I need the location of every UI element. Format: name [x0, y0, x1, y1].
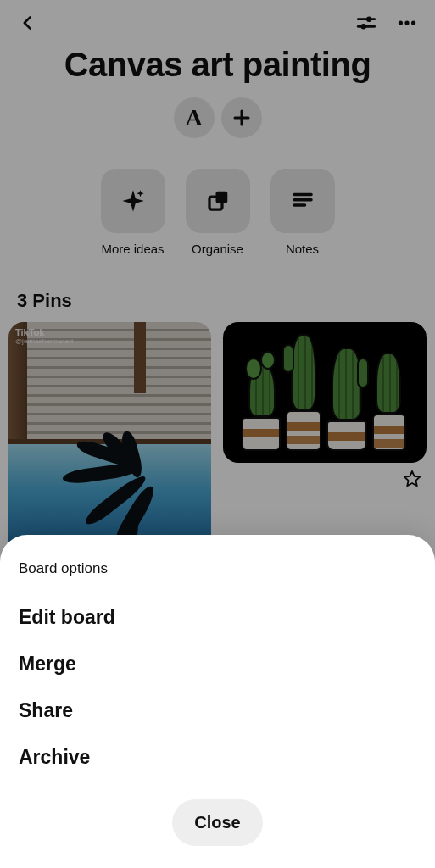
pin-item[interactable] [223, 322, 427, 463]
svg-point-1 [366, 16, 372, 22]
filter-button[interactable] [355, 12, 377, 34]
pins-count: 3 Pins [0, 256, 435, 322]
more-button[interactable] [396, 12, 418, 34]
favorite-button[interactable] [403, 470, 421, 488]
organise-icon [205, 188, 231, 214]
more-ideas-button[interactable] [101, 169, 165, 233]
close-button[interactable]: Close [172, 799, 262, 846]
plus-icon [231, 108, 252, 128]
notes-button[interactable] [270, 169, 335, 233]
top-bar [0, 0, 435, 41]
svg-point-4 [399, 20, 403, 25]
notes-icon [290, 188, 315, 214]
sliders-icon [355, 12, 377, 34]
svg-point-5 [404, 20, 409, 25]
bottom-sheet: Board options Edit board Merge Share Arc… [0, 535, 435, 868]
sheet-item-edit[interactable]: Edit board [19, 594, 416, 641]
watermark: TikTok @jennashermanart [15, 327, 73, 345]
svg-point-6 [411, 20, 415, 25]
sheet-item-share[interactable]: Share [19, 687, 416, 734]
avatar[interactable]: A [174, 97, 215, 138]
board-title: Canvas art painting [0, 41, 435, 94]
chevron-left-icon [20, 14, 36, 31]
svg-rect-8 [215, 192, 227, 203]
board-actions: More ideas Organise [0, 169, 435, 256]
more-ideas-label: More ideas [101, 242, 164, 256]
sheet-item-merge[interactable]: Merge [19, 641, 416, 687]
add-collaborator-button[interactable] [221, 97, 262, 138]
star-icon [403, 470, 421, 488]
notes-label: Notes [286, 242, 319, 256]
svg-point-3 [361, 24, 367, 30]
sparkle-icon [119, 186, 148, 215]
back-button[interactable] [17, 12, 39, 34]
collaborators-row: A [0, 97, 435, 138]
organise-button[interactable] [186, 169, 250, 233]
sheet-title: Board options [19, 560, 416, 577]
organise-label: Organise [192, 242, 243, 256]
sheet-item-archive[interactable]: Archive [19, 734, 416, 781]
ellipsis-icon [396, 12, 418, 34]
